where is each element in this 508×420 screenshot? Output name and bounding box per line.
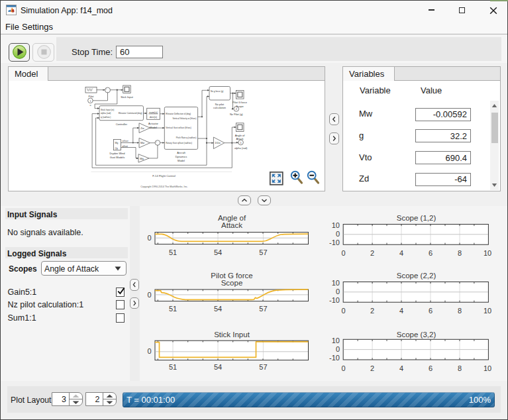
svg-text:2: 2 [370, 364, 374, 372]
svg-text:-10: -10 [329, 296, 340, 304]
svg-text:54: 54 [214, 248, 222, 256]
svg-text:calculation: calculation [213, 106, 226, 109]
svg-text:Actuator: Actuator [148, 122, 159, 125]
svg-text:10: 10 [332, 221, 340, 229]
svg-text:Dryden Wind: Dryden Wind [109, 152, 125, 155]
svg-text:Mw: Mw [140, 141, 144, 144]
svg-text:4: 4 [399, 249, 403, 257]
svg-text:Angle of: Angle of [235, 134, 246, 137]
svg-text:0: 0 [147, 291, 151, 299]
svg-text:Pilot: Pilot [89, 95, 95, 98]
svg-text:wGust: wGust [123, 140, 128, 142]
svg-text:8: 8 [458, 364, 462, 372]
svg-text:Dynamics: Dynamics [176, 155, 187, 158]
svg-text:4: 4 [399, 364, 403, 372]
svg-text:Nz g force (g): Nz g force (g) [211, 90, 223, 93]
svg-text:2: 2 [370, 307, 374, 315]
svg-text:num(s): num(s) [149, 111, 158, 114]
svg-text:0: 0 [147, 347, 151, 355]
svg-text:51: 51 [169, 248, 177, 256]
svg-text:Scope: Scope [236, 105, 244, 108]
svg-text:Controller: Controller [116, 123, 128, 126]
svg-text:Elevator Deflection d (deg): Elevator Deflection d (deg) [166, 113, 191, 115]
svg-text:qGust: qGust [123, 145, 128, 148]
svg-text:51: 51 [169, 305, 177, 313]
svg-text:den(s): den(s) [150, 115, 158, 119]
svg-text:4: 4 [399, 307, 403, 315]
svg-text:+: + [107, 91, 108, 93]
svg-text:q (rad/sec): q (rad/sec) [101, 116, 111, 119]
svg-text:2: 2 [370, 249, 374, 257]
svg-text:8: 8 [458, 249, 462, 257]
svg-text:u: u [89, 104, 91, 107]
svg-text:Wg: Wg [115, 142, 119, 144]
svg-text:Rotary Gust qGust (rad/sec): Rotary Gust qGust (rad/sec) [166, 142, 192, 144]
svg-text:Qg: Qg [115, 147, 118, 150]
svg-text:0: 0 [336, 345, 340, 353]
svg-text:10: 10 [483, 364, 491, 372]
svg-text:0: 0 [341, 307, 345, 315]
svg-text:Vertical Velocity w (ft/sec): Vertical Velocity w (ft/sec) [172, 117, 196, 120]
svg-text:51: 51 [169, 363, 177, 371]
svg-text:54: 54 [214, 305, 222, 313]
svg-text:10: 10 [332, 279, 340, 287]
svg-text:0: 0 [147, 234, 151, 242]
svg-text:10: 10 [483, 307, 491, 315]
svg-text:1/Uo: 1/Uo [215, 141, 221, 144]
svg-text:8: 8 [458, 307, 462, 315]
svg-text:Elevator Command (deg): Elevator Command (deg) [119, 112, 142, 115]
svg-text:0: 0 [341, 364, 345, 372]
svg-text:6: 6 [429, 249, 432, 257]
svg-text:54: 54 [214, 363, 222, 371]
svg-text:57: 57 [259, 363, 267, 371]
svg-text:F-14 Flight Control: F-14 Flight Control [152, 174, 176, 178]
svg-text:2: 2 [236, 107, 238, 111]
svg-text:1: 1 [89, 100, 91, 103]
svg-text:+: + [157, 144, 158, 146]
svg-text:Zw: Zw [140, 127, 144, 130]
svg-text:Copyright 1990-2014 The MathWo: Copyright 1990-2014 The MathWorks, Inc. [140, 185, 187, 188]
svg-text:0: 0 [341, 249, 345, 257]
svg-text:-10: -10 [329, 354, 340, 362]
svg-text:0: 0 [336, 230, 340, 238]
svg-text:1: 1 [240, 141, 242, 144]
svg-text:+: + [105, 87, 107, 90]
svg-text:-10: -10 [329, 238, 340, 246]
svg-text:alpha (rad): alpha (rad) [234, 146, 248, 150]
svg-text:Attack: Attack [236, 137, 243, 140]
svg-text:10: 10 [332, 337, 340, 344]
svg-text:57: 57 [259, 248, 267, 256]
svg-text:0: 0 [336, 288, 340, 295]
svg-text:6: 6 [429, 364, 432, 372]
svg-text:Nz Pilot (g): Nz Pilot (g) [230, 113, 243, 116]
svg-text:57: 57 [259, 305, 267, 313]
svg-text:Model: Model [178, 159, 185, 162]
svg-text:Model: Model [150, 126, 157, 129]
svg-text:Pitch Rate q (rad/sec): Pitch Rate q (rad/sec) [176, 136, 197, 139]
svg-text:Stick Input: Stick Input [121, 95, 134, 99]
svg-text:10: 10 [483, 249, 491, 257]
svg-text:Mq: Mq [140, 157, 144, 160]
svg-text:Stick Input (in): Stick Input (in) [101, 109, 114, 111]
svg-text:Gust Models: Gust Models [110, 156, 125, 159]
svg-text:alpha (rad): alpha (rad) [101, 112, 111, 115]
svg-text:+: + [156, 140, 157, 143]
svg-text:Vertical Gust wGust (ft/sec): Vertical Gust wGust (ft/sec) [166, 127, 191, 129]
svg-text:Nz pilot: Nz pilot [215, 103, 225, 106]
svg-text:Pilot G force: Pilot G force [232, 101, 248, 104]
svg-text:Aircraft: Aircraft [177, 151, 186, 154]
svg-text:6: 6 [429, 307, 432, 315]
